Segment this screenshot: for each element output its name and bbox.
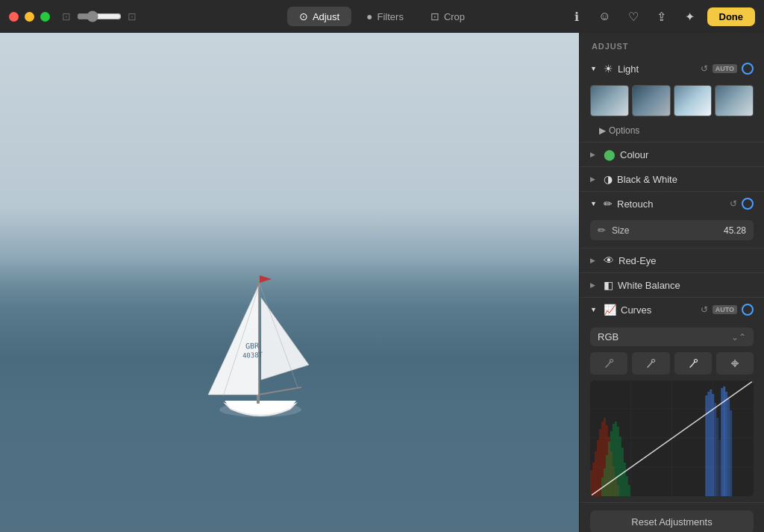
section-retouch-header[interactable]: ▼ ✏ Retouch ↺ <box>580 192 764 216</box>
svg-rect-49 <box>707 392 710 496</box>
svg-rect-50 <box>710 389 712 496</box>
rgb-selector[interactable]: RGB ⌄⌃ <box>590 328 754 346</box>
reset-button[interactable]: Reset Adjustments <box>590 510 754 532</box>
options-label: Options <box>609 125 639 136</box>
pencil-icon: ✏ <box>598 225 606 236</box>
svg-rect-26 <box>599 429 601 496</box>
maximize-button[interactable] <box>40 12 50 22</box>
traffic-lights <box>9 12 50 22</box>
svg-point-9 <box>610 360 613 363</box>
filters-icon: ● <box>366 10 372 22</box>
svg-rect-56 <box>723 387 725 496</box>
magic-button[interactable]: ✦ <box>679 5 701 28</box>
bw-icon: ◑ <box>604 173 613 185</box>
retouch-toggle[interactable] <box>742 198 754 210</box>
light-actions: ↺ AUTO <box>701 63 754 75</box>
close-button[interactable] <box>9 12 19 22</box>
retouch-size-row: ✏ Size 45.28 <box>590 220 754 240</box>
crop-icon: ⊡ <box>430 10 439 22</box>
done-button[interactable]: Done <box>707 7 756 26</box>
tab-adjust[interactable]: ⊙ Adjust <box>287 7 351 26</box>
panel-title: ADJUST <box>580 33 764 57</box>
svg-rect-22 <box>590 470 592 496</box>
section-light-header[interactable]: ▼ ☀ Light ↺ AUTO <box>580 57 764 81</box>
section-light: ▼ ☀ Light ↺ AUTO <box>580 57 764 143</box>
share-button[interactable]: ⇪ <box>651 5 673 28</box>
svg-rect-40 <box>613 424 615 496</box>
window-icon: ⊡ <box>62 10 71 22</box>
crosshair-btn[interactable] <box>716 352 754 375</box>
tab-filters-label: Filters <box>378 11 404 22</box>
svg-rect-44 <box>621 448 624 496</box>
retouch-icon: ✏ <box>604 198 613 210</box>
retouch-undo-icon[interactable]: ↺ <box>730 198 737 209</box>
svg-rect-57 <box>725 392 727 496</box>
tab-crop-label: Crop <box>444 11 465 22</box>
eyedropper-white[interactable] <box>674 352 712 375</box>
svg-marker-8 <box>260 275 272 283</box>
curves-graph[interactable] <box>590 381 754 496</box>
eyedropper-grey[interactable] <box>632 352 669 375</box>
main-area: GBR 4038T ADJUST ▼ ☀ Light ↺ AUTO <box>0 33 764 532</box>
light-thumb-1[interactable] <box>590 85 629 116</box>
minimize-button[interactable] <box>25 12 34 22</box>
light-toggle[interactable] <box>742 63 754 75</box>
size-value: 45.28 <box>724 225 746 236</box>
triangle-wb: ▶ <box>590 281 599 289</box>
svg-rect-45 <box>624 463 626 496</box>
curves-toggle[interactable] <box>742 304 754 316</box>
svg-rect-43 <box>619 436 621 496</box>
svg-rect-55 <box>721 388 723 496</box>
window-slider[interactable] <box>77 10 122 22</box>
section-redeye: ▶ 👁 Red-Eye <box>580 248 764 273</box>
emoji-button[interactable]: ☺ <box>594 5 616 28</box>
sailboat-image: GBR 4038T <box>193 238 328 432</box>
light-thumb-4[interactable] <box>715 85 754 116</box>
triangle-curves: ▼ <box>590 306 599 313</box>
svg-rect-53 <box>716 418 718 496</box>
eyedropper-row <box>590 352 754 375</box>
section-redeye-header[interactable]: ▶ 👁 Red-Eye <box>580 248 764 272</box>
section-bw-header[interactable]: ▶ ◑ Black & White <box>580 167 764 191</box>
svg-rect-39 <box>610 431 613 496</box>
adjust-icon: ⊙ <box>299 10 308 22</box>
tab-crop[interactable]: ⊡ Crop <box>419 7 477 26</box>
light-auto-badge[interactable]: AUTO <box>713 64 737 73</box>
triangle-colour: ▶ <box>590 151 599 158</box>
svg-rect-42 <box>617 427 619 496</box>
curves-undo-icon[interactable]: ↺ <box>701 304 708 315</box>
curves-icon: 📈 <box>604 304 616 316</box>
favorite-button[interactable]: ♡ <box>622 5 645 28</box>
redeye-icon: 👁 <box>604 254 614 266</box>
tab-filters[interactable]: ● Filters <box>354 7 416 26</box>
light-thumb-2[interactable] <box>632 85 671 116</box>
section-bw: ▶ ◑ Black & White <box>580 167 764 192</box>
section-colour-header[interactable]: ▶ ⬤ Colour <box>580 143 764 166</box>
retouch-label: Retouch <box>617 198 725 210</box>
light-thumb-3[interactable] <box>674 85 713 116</box>
triangle-bw: ▶ <box>590 175 599 183</box>
svg-line-2 <box>258 387 301 395</box>
light-options[interactable]: ▶ Options <box>580 122 764 142</box>
svg-rect-38 <box>608 442 610 496</box>
section-curves-header[interactable]: ▼ 📈 Curves ↺ AUTO <box>580 298 764 322</box>
svg-rect-37 <box>606 455 608 496</box>
svg-text:4038T: 4038T <box>242 351 263 359</box>
wb-label: White Balance <box>618 280 754 291</box>
info-button[interactable]: ℹ <box>566 5 588 28</box>
curves-auto-badge[interactable]: AUTO <box>713 305 737 314</box>
retouch-content: ✏ Size 45.28 <box>580 216 764 248</box>
titlebar: ⊡ ⊡ ⊙ Adjust ● Filters ⊡ Crop ℹ ☺ ♡ ⇪ ✦ … <box>0 0 764 33</box>
titlebar-actions: ℹ ☺ ♡ ⇪ ✦ Done <box>566 5 756 28</box>
svg-rect-46 <box>626 476 628 496</box>
light-undo-icon[interactable]: ↺ <box>701 63 708 74</box>
options-triangle: ▶ <box>599 125 606 136</box>
curves-content: RGB ⌄⌃ <box>580 322 764 502</box>
section-wb-header[interactable]: ▶ ◧ White Balance <box>580 273 764 297</box>
eyedropper-black[interactable] <box>590 352 627 375</box>
size-label: Size <box>612 225 718 236</box>
svg-rect-54 <box>718 440 721 496</box>
redeye-label: Red-Eye <box>619 255 754 266</box>
window-controls: ⊡ ⊡ <box>62 10 137 22</box>
reset-container: Reset Adjustments <box>580 503 764 532</box>
